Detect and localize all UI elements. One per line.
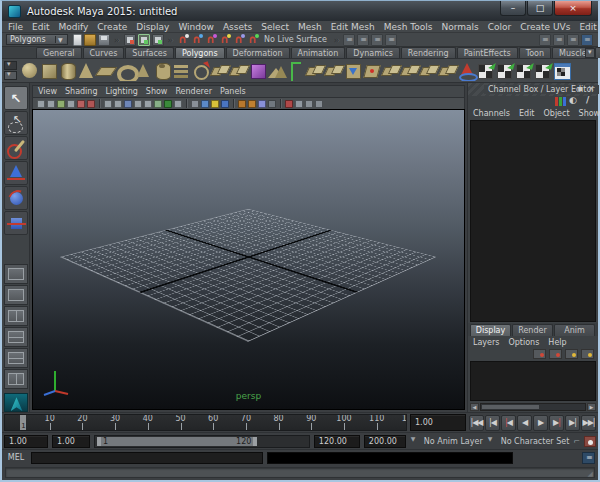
soft-modification-icon[interactable] [457, 61, 476, 81]
character-set-chevron-icon[interactable] [487, 436, 497, 446]
layer-move-up-icon[interactable] [533, 349, 546, 359]
menu-normals[interactable]: Normals [441, 22, 478, 32]
shaded-icon[interactable] [124, 100, 132, 108]
close-panel-icon[interactable]: × [586, 84, 596, 94]
poly-cylinder-icon[interactable] [58, 61, 77, 81]
script-editor-button[interactable] [582, 452, 595, 464]
layer-tab-display[interactable]: Display [470, 324, 511, 336]
make-object-live-icon[interactable] [247, 34, 259, 46]
lock-camera-icon[interactable] [47, 100, 55, 108]
snap-to-grids-icon[interactable] [177, 34, 189, 46]
close-button[interactable]: × [554, 1, 592, 16]
scroll-right-icon[interactable]: ▶ [587, 403, 596, 411]
layout-pane-outliner-button[interactable] [4, 306, 28, 326]
command-line-mode-button[interactable]: MEL [5, 453, 27, 462]
shelf-tab-toon[interactable]: Toon [519, 47, 551, 58]
current-time-field[interactable]: 1.00 [410, 414, 466, 431]
layout-hypershade-button[interactable] [4, 369, 28, 389]
menu-assets[interactable]: Assets [223, 22, 252, 32]
select-hierarchy-icon[interactable] [124, 34, 136, 46]
shelf-tab-general[interactable]: General [36, 47, 82, 58]
step-back-key-button[interactable]: |◀ [501, 415, 516, 431]
scroll-track[interactable] [480, 403, 586, 411]
new-empty-layer-icon[interactable] [565, 349, 578, 359]
layer-menu-help[interactable]: Help [548, 338, 566, 347]
isolate-select-icon[interactable] [238, 100, 246, 108]
bevel-icon[interactable] [343, 61, 362, 81]
curve-revolve-icon[interactable] [191, 61, 210, 81]
layer-tab-anim[interactable]: Anim [554, 324, 595, 336]
panel-menu-view[interactable]: View [38, 87, 57, 96]
new-scene-icon[interactable] [73, 34, 82, 46]
time-slider[interactable]: 1020304050607080901001101201 [4, 414, 407, 431]
menu-select[interactable]: Select [261, 22, 289, 32]
channel-box-header[interactable]: Channel Box / Layer Editor ▪ × [468, 83, 598, 96]
menu-display[interactable]: Display [136, 22, 169, 32]
shelf-tabs-menu-button[interactable] [585, 48, 595, 58]
range-slider-handle[interactable]: 1 120 [97, 437, 257, 446]
step-back-frame-button[interactable]: |◀ [485, 415, 500, 431]
play-backwards-button[interactable]: ◀ [517, 415, 532, 431]
menu-create-uvs[interactable]: Create UVs [520, 22, 570, 32]
animation-start-field[interactable]: 1.00 [4, 435, 48, 448]
sidebar-toggle-icon[interactable] [581, 34, 593, 46]
channel-box-menu-channels[interactable]: Channels [473, 109, 510, 118]
minimize-button[interactable]: – [500, 1, 526, 16]
open-scene-icon[interactable] [84, 34, 96, 46]
panel-menu-renderer[interactable]: Renderer [175, 87, 212, 96]
image-plane-icon[interactable] [77, 100, 85, 108]
title-bar[interactable]: Autodesk Maya 2015: untitled – □ × [2, 1, 598, 21]
channel-box-menu-show[interactable]: Show [579, 109, 600, 118]
panel-menu-show[interactable]: Show [146, 87, 168, 96]
play-forwards-button[interactable]: ▶ [533, 415, 548, 431]
poly-cone-icon[interactable] [77, 61, 96, 81]
select-component-icon[interactable] [152, 34, 164, 46]
gamma-icon[interactable] [285, 100, 293, 108]
poly-pipe-icon[interactable] [153, 61, 172, 81]
multisampling-icon[interactable] [191, 100, 199, 108]
go-to-start-button[interactable]: |◀◀ [469, 415, 484, 431]
auto-keyframe-toggle-icon[interactable] [584, 436, 596, 447]
xray-icon[interactable] [248, 100, 256, 108]
quad-draw-icon[interactable] [286, 61, 305, 81]
shelf-tab-fluids[interactable]: Fluids [595, 47, 600, 58]
poly-plane-icon[interactable] [96, 61, 115, 81]
lights-icon[interactable] [144, 100, 152, 108]
panel-menu-shading[interactable]: Shading [65, 87, 98, 96]
menu-edit-mesh[interactable]: Edit Mesh [331, 22, 375, 32]
snap-to-projected-center-icon[interactable] [219, 34, 231, 46]
mirror-geometry-icon[interactable] [438, 61, 457, 81]
color-management-icon[interactable] [221, 100, 229, 108]
channel-box-area[interactable] [470, 120, 596, 322]
layer-tab-render[interactable]: Render [512, 324, 553, 336]
depth-of-field-icon[interactable] [201, 100, 209, 108]
scroll-left-icon[interactable]: ◀ [470, 403, 479, 411]
resolution-gate-icon[interactable] [305, 100, 313, 108]
layer-move-down-icon[interactable] [549, 349, 562, 359]
layout-four-panes-button[interactable] [4, 285, 28, 305]
motion-blur-icon[interactable] [174, 100, 182, 108]
construction-history-icon[interactable] [371, 34, 383, 46]
channel-edit-icon[interactable] [583, 97, 594, 106]
booleans-icon[interactable] [248, 61, 267, 81]
layer-menu-options[interactable]: Options [508, 338, 539, 347]
uv-spherical-mapping-icon[interactable] [514, 61, 533, 81]
channel-speed-icon[interactable] [569, 97, 580, 106]
step-forward-key-button[interactable]: ▶| [549, 415, 564, 431]
poly-sphere-icon[interactable] [20, 61, 39, 81]
2d-pan-zoom-icon[interactable] [87, 100, 95, 108]
paint-select-tool[interactable] [4, 136, 28, 160]
uv-automatic-mapping-icon[interactable] [533, 61, 552, 81]
step-forward-frame-button[interactable]: ▶| [565, 415, 580, 431]
new-layer-from-selected-icon[interactable] [581, 349, 594, 359]
channel-box-menu-object[interactable]: Object [544, 109, 570, 118]
snap-to-points-icon[interactable] [205, 34, 217, 46]
playback-end-field[interactable]: 120.00 [314, 435, 360, 448]
viewport[interactable]: persp [32, 109, 465, 410]
poly-cube-icon[interactable] [39, 61, 58, 81]
range-slider[interactable]: 1 120 [94, 435, 310, 448]
anim-layer-chevron-icon[interactable] [410, 436, 420, 446]
panel-menu-lighting[interactable]: Lighting [105, 87, 137, 96]
bookmarks-icon[interactable] [67, 100, 75, 108]
key-link-icon[interactable]: ⌐ [573, 437, 580, 446]
